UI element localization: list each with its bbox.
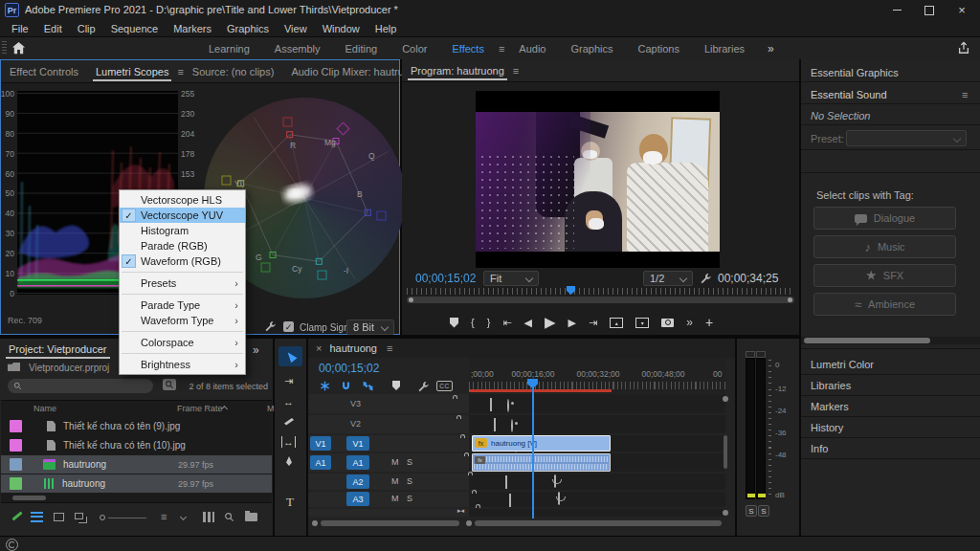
menu-item-waveform-rgb[interactable]: ✓ Waveform (RGB) [120, 253, 245, 269]
export-frame-icon[interactable] [661, 319, 674, 327]
menu-help[interactable]: Help [368, 23, 405, 34]
search-bin-icon[interactable] [163, 379, 176, 390]
tab-effect-controls[interactable]: Effect Controls [1, 66, 87, 77]
workspace-tab-graphics[interactable]: Graphics [558, 43, 625, 55]
linked-selection-button[interactable] [362, 380, 374, 394]
sort-options-icon[interactable] [161, 511, 167, 522]
workspace-tab-audio[interactable]: Audio [506, 43, 558, 55]
voiceover-record-mic-icon[interactable] [558, 492, 560, 505]
preset-dropdown[interactable] [846, 130, 967, 146]
panel-header-history[interactable]: History [811, 422, 843, 433]
tag-button-dialogue[interactable]: Dialogue [813, 207, 956, 230]
track-select-forward-tool[interactable]: ⇥ [284, 375, 293, 387]
menu-edit[interactable]: Edit [36, 23, 70, 34]
playback-resolution-dropdown[interactable]: 1/2 [643, 271, 693, 286]
go-to-out-icon[interactable]: ⇥ [589, 317, 597, 329]
panel-header-lumetri-color[interactable]: Lumetri Color [811, 359, 874, 370]
timeline-scroll-handle-left[interactable] [466, 520, 472, 526]
vertical-scroll-handle-top[interactable] [723, 396, 728, 402]
clamp-signal-checkbox[interactable] [283, 321, 294, 332]
menu-sequence[interactable]: Sequence [103, 23, 167, 34]
track-name[interactable]: V2 [350, 419, 361, 429]
track-content[interactable] [469, 492, 725, 507]
project-search-input[interactable] [8, 379, 153, 393]
zoom-level-dropdown[interactable]: Fit [483, 271, 539, 286]
play-icon[interactable]: ▶ [545, 314, 556, 331]
label-color-chip[interactable] [10, 458, 22, 471]
track-name[interactable]: V1 [346, 436, 369, 451]
collapse-icon[interactable]: ▸◂ [457, 507, 464, 515]
track-output-eye-icon[interactable] [511, 419, 513, 432]
source-patch-audio[interactable]: A1 [310, 455, 331, 470]
scopes-settings-button[interactable] [264, 320, 276, 334]
workspace-tab-assembly[interactable]: Assembly [262, 43, 333, 55]
tab-project[interactable]: Project: Vietproducer [0, 343, 116, 355]
menu-item-histogram[interactable]: Histogram [120, 223, 245, 238]
menu-item-brightness[interactable]: Brightness › [120, 357, 245, 372]
list-view-icon[interactable] [31, 512, 43, 522]
button-editor-icon[interactable]: + [705, 315, 713, 330]
mute-button[interactable]: M [391, 476, 399, 486]
tab-program-monitor[interactable]: Program: hautruong [402, 65, 513, 77]
menu-item-parade-type[interactable]: Parade Type › [120, 298, 245, 313]
menu-view[interactable]: View [277, 23, 315, 34]
track-output-eye-icon[interactable] [507, 399, 509, 412]
column-header-media[interactable]: M [267, 404, 275, 413]
selection-tool[interactable] [278, 346, 302, 366]
solo-button-right[interactable]: S [758, 505, 769, 517]
program-current-timecode[interactable]: 00;00;15;02 [415, 272, 476, 285]
close-button[interactable] [946, 0, 978, 20]
project-tabs-overflow-icon[interactable] [253, 343, 259, 357]
step-forward-icon[interactable]: ▶ [568, 317, 576, 329]
timeline-scrollbar[interactable] [475, 520, 722, 526]
captions-track-icon[interactable]: CC [436, 381, 453, 391]
panel-header-essential-graphics[interactable]: Essential Graphics [811, 67, 899, 78]
sync-lock-icon[interactable] [505, 475, 507, 489]
freeform-view-icon[interactable] [75, 513, 83, 519]
column-header-frame-rate[interactable]: Frame Rate [177, 404, 223, 413]
timeline-playhead-line[interactable] [532, 386, 534, 518]
project-list-scrollbar[interactable] [12, 496, 46, 500]
slip-tool[interactable]: ↔ [281, 436, 296, 448]
add-marker-icon[interactable] [450, 318, 458, 328]
zoom-slider-handle[interactable] [100, 515, 105, 520]
menu-graphics[interactable]: Graphics [219, 23, 277, 34]
close-tab-icon[interactable] [316, 342, 322, 354]
workspace-tab-editing[interactable]: Editing [333, 43, 390, 55]
program-settings-button[interactable] [700, 273, 711, 286]
track-name[interactable]: A3 [346, 492, 369, 506]
panel-header-info[interactable]: Info [811, 443, 828, 454]
menu-window[interactable]: Window [315, 23, 368, 34]
minimize-button[interactable] [880, 0, 913, 20]
track-content[interactable] [469, 415, 725, 433]
tab-lumetri-scopes[interactable]: Lumetri Scopes [87, 66, 177, 77]
workspace-tab-learning[interactable]: Learning [196, 43, 262, 55]
panel-header-libraries[interactable]: Libraries [811, 380, 851, 391]
solo-button[interactable]: S [407, 476, 412, 486]
tab-timeline-sequence[interactable]: hautruong [329, 342, 377, 354]
project-row-sequence[interactable]: hautruong 29.97 fps [1, 455, 272, 474]
video-clip[interactable]: fx hautruong [V] [472, 435, 611, 452]
source-patch-video[interactable]: V1 [310, 436, 331, 451]
workspace-tab-color[interactable]: Color [390, 43, 439, 55]
menu-item-parade-rgb[interactable]: Parade (RGB) [120, 238, 245, 253]
workspace-effects-menu-icon[interactable] [499, 43, 504, 55]
project-row-still-10[interactable]: Thiết kế chưa có tên (10).jpg [1, 436, 272, 454]
workspace-tab-effects[interactable]: Effects [439, 43, 496, 55]
project-breadcrumb[interactable]: Vietproducer.prproj [29, 363, 109, 373]
solo-button[interactable]: S [407, 494, 412, 503]
menu-item-colorspace[interactable]: Colorspace › [120, 335, 245, 350]
workspace-tab-libraries[interactable]: Libraries [692, 43, 757, 55]
automate-to-sequence-icon[interactable] [203, 512, 214, 522]
zoom-slider-track[interactable] [108, 518, 146, 518]
panel-drag-handle[interactable] [2, 41, 7, 55]
menu-item-waveform-type[interactable]: Waveform Type › [120, 313, 245, 328]
scrollbar-thumb[interactable] [804, 338, 930, 343]
program-time-ruler[interactable] [407, 288, 794, 295]
mark-out-icon[interactable]: } [487, 317, 491, 328]
timeline-settings-button[interactable] [417, 381, 429, 394]
menu-clip[interactable]: Clip [70, 23, 103, 34]
panel-header-essential-sound[interactable]: Essential Sound [811, 89, 887, 100]
timeline-current-timecode[interactable]: 00;00;15;02 [319, 362, 379, 375]
tag-button-music[interactable]: Music [813, 235, 956, 258]
